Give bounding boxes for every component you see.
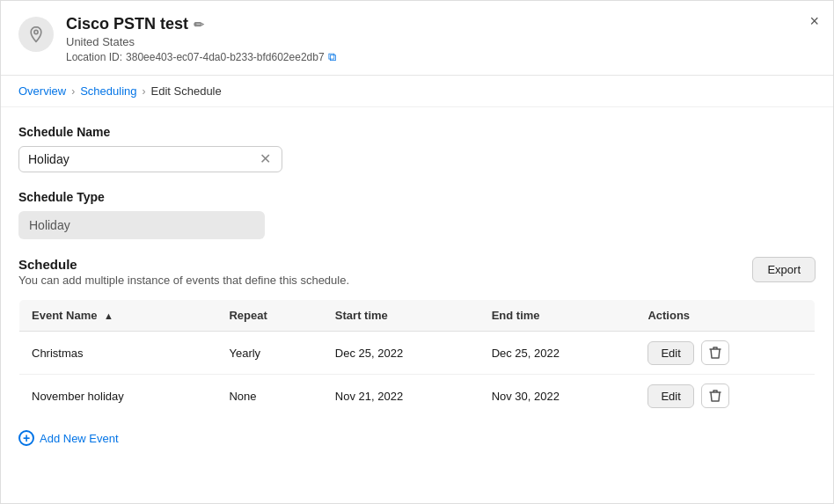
cell-start-time-1: Nov 21, 2022 [323,375,479,418]
table-row: November holiday None Nov 21, 2022 Nov 3… [19,375,816,418]
cell-end-time-0: Dec 25, 2022 [479,332,636,375]
cell-end-time-1: Nov 30, 2022 [479,375,636,418]
cell-start-time-0: Dec 25, 2022 [323,332,479,375]
schedule-type-label: Schedule Type [18,190,816,204]
cell-event-name-0: Christmas [19,332,217,375]
cell-repeat-1: None [216,375,322,418]
schedule-description: You can add multiple instance of events … [18,274,349,287]
copy-location-icon[interactable]: ⧉ [328,50,336,64]
col-actions: Actions [635,300,815,332]
location-id-label: Location ID: [66,51,122,63]
edit-title-icon[interactable]: ✏ [194,18,204,32]
schedule-name-input[interactable] [28,152,258,166]
delete-row-button-0[interactable] [701,340,729,365]
location-icon [18,17,54,52]
header-title: Cisco PSTN test ✏ [66,15,816,33]
schedule-header-row: Schedule You can add multiple instance o… [18,257,816,296]
breadcrumb-overview[interactable]: Overview [18,84,66,98]
breadcrumb-sep-2: › [143,85,146,98]
schedule-header-text: Schedule You can add multiple instance o… [18,257,349,296]
title-text: Cisco PSTN test [66,15,188,33]
export-button[interactable]: Export [752,257,816,282]
cell-repeat-0: Yearly [216,332,322,375]
col-event-name[interactable]: Event Name ▲ [19,300,217,332]
breadcrumb-current: Edit Schedule [151,84,222,98]
edit-row-button-1[interactable]: Edit [647,384,693,408]
schedule-type-value: Holiday [18,211,265,239]
schedule-name-label: Schedule Name [18,125,816,139]
svg-point-0 [34,30,38,33]
add-new-event-label: Add New Event [40,432,119,445]
events-table: Event Name ▲ Repeat Start time End time … [18,299,816,418]
sort-arrow-event-name: ▲ [104,310,113,321]
cell-actions-0: Edit [635,332,815,375]
cell-event-name-1: November holiday [19,375,217,418]
breadcrumb-scheduling[interactable]: Scheduling [80,84,136,98]
header-subtitle: United States [66,35,816,48]
page-content: Schedule Name ✕ Schedule Type Holiday Sc… [1,107,833,467]
schedule-section-title: Schedule [18,257,349,272]
breadcrumb-sep-1: › [71,85,75,98]
cell-actions-1: Edit [635,375,815,418]
col-repeat: Repeat [216,300,322,332]
edit-row-button-0[interactable]: Edit [647,341,693,365]
header-location: Location ID: 380ee403-ec07-4da0-b233-bfd… [66,50,816,64]
add-new-event-button[interactable]: + Add New Event [18,418,119,449]
schedule-name-input-wrapper: ✕ [18,146,282,172]
schedule-section: Schedule You can add multiple instance o… [18,257,816,449]
col-start-time: Start time [323,300,479,332]
header-info: Cisco PSTN test ✏ United States Location… [66,15,816,64]
table-row: Christmas Yearly Dec 25, 2022 Dec 25, 20… [19,332,816,375]
close-button[interactable]: × [809,13,819,29]
table-header-row: Event Name ▲ Repeat Start time End time … [19,300,816,332]
clear-schedule-name-button[interactable]: ✕ [258,152,273,166]
delete-row-button-1[interactable] [701,383,729,408]
location-id-value: 380ee403-ec07-4da0-b233-bfd602ee2db7 [126,51,325,63]
breadcrumb: Overview › Scheduling › Edit Schedule [1,76,833,107]
col-end-time: End time [479,300,636,332]
page-header: Cisco PSTN test ✏ United States Location… [1,1,833,76]
add-event-plus-icon: + [18,430,34,446]
